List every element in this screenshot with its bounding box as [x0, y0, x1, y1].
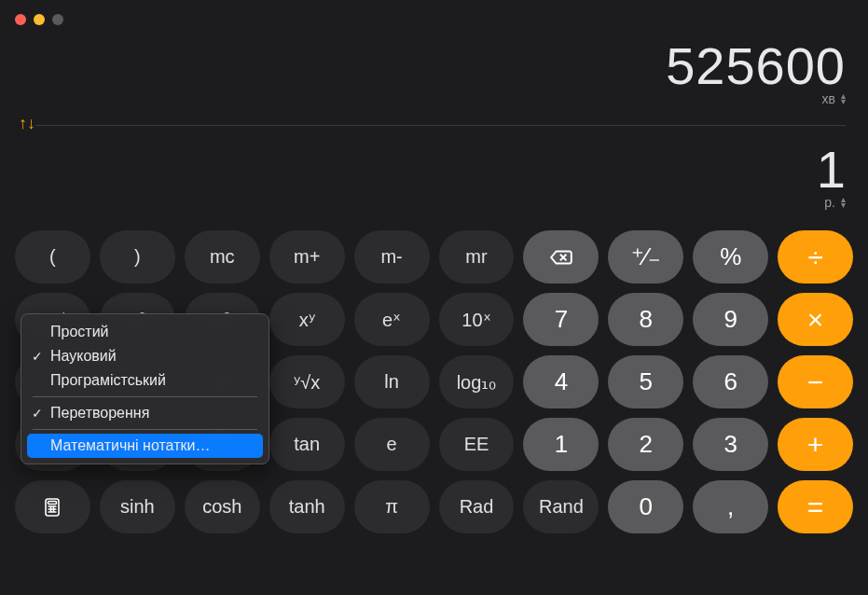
eight-button[interactable]: 8 — [608, 293, 683, 346]
display-bottom-value: 1 — [19, 139, 846, 200]
mode-menu-button[interactable] — [15, 480, 90, 533]
percent-button[interactable]: % — [693, 230, 768, 284]
x-power-y-button[interactable]: xʸ — [269, 293, 345, 346]
window-traffic-lights — [15, 14, 63, 25]
unit-dropdown-icon[interactable]: ▴▾ — [841, 93, 846, 104]
six-button[interactable]: 6 — [693, 355, 768, 408]
swap-units-icon[interactable]: ↑↓ — [19, 114, 35, 133]
log10-button[interactable]: log₁₀ — [439, 355, 515, 408]
menu-item-label: Простий — [50, 324, 109, 340]
multiply-button[interactable]: × — [778, 293, 853, 346]
tanh-button[interactable]: tanh — [269, 480, 345, 533]
divide-button[interactable]: ÷ — [778, 230, 853, 284]
sinh-button[interactable]: sinh — [100, 480, 175, 533]
yroot-button[interactable]: ʸ√x — [269, 355, 345, 408]
rad-button[interactable]: Rad — [439, 480, 515, 533]
e-button[interactable]: e — [354, 418, 430, 471]
rparen-button[interactable]: ) — [100, 230, 175, 284]
divider — [35, 125, 846, 126]
mplus-button[interactable]: m+ — [269, 230, 345, 284]
menu-separator — [33, 396, 257, 397]
five-button[interactable]: 5 — [608, 355, 683, 408]
e-power-x-button[interactable]: eˣ — [354, 293, 430, 346]
display-area: 525600 хв ▴▾ ↑↓ 1 р. ▴▾ — [0, 0, 868, 219]
tan-button[interactable]: tan — [269, 418, 345, 471]
three-button[interactable]: 3 — [693, 418, 768, 471]
backspace-icon — [549, 245, 573, 270]
two-button[interactable]: 2 — [608, 418, 683, 471]
zero-button[interactable]: 0 — [608, 480, 683, 533]
top-unit-label[interactable]: хв — [822, 91, 835, 106]
menu-item-label: Перетворення — [50, 405, 149, 422]
lparen-button[interactable]: ( — [15, 230, 90, 284]
mminus-button[interactable]: m- — [354, 230, 430, 284]
bottom-unit-label[interactable]: р. — [824, 195, 835, 210]
seven-button[interactable]: 7 — [523, 293, 599, 346]
plus-button[interactable]: + — [778, 418, 853, 471]
menu-item-scientific[interactable]: ✓ Науковий — [21, 344, 269, 368]
backspace-button[interactable] — [523, 230, 599, 284]
menu-item-math-notes[interactable]: Математичні нотатки… — [27, 434, 263, 458]
menu-item-label: Математичні нотатки… — [50, 437, 210, 454]
minus-button[interactable]: − — [778, 355, 853, 408]
pi-button[interactable]: π — [354, 480, 430, 533]
menu-separator — [33, 429, 257, 430]
menu-item-label: Науковий — [50, 348, 117, 365]
menu-item-basic[interactable]: Простий — [21, 320, 269, 344]
comma-button[interactable]: , — [693, 480, 768, 533]
four-button[interactable]: 4 — [523, 355, 599, 408]
rand-button[interactable]: Rand — [523, 480, 599, 533]
equals-button[interactable]: = — [778, 480, 853, 533]
menu-item-label: Програмістський — [50, 372, 166, 389]
ten-power-x-button[interactable]: 10ˣ — [439, 293, 515, 346]
menu-item-conversion[interactable]: ✓ Перетворення — [21, 401, 269, 425]
mr-button[interactable]: mr — [439, 230, 515, 284]
minimize-window-button[interactable] — [34, 14, 45, 25]
mc-button[interactable]: mc — [185, 230, 260, 284]
ee-button[interactable]: EE — [439, 418, 515, 471]
unit-dropdown-icon[interactable]: ▴▾ — [841, 197, 846, 208]
display-top-value: 525600 — [19, 35, 846, 96]
close-window-button[interactable] — [15, 14, 26, 25]
menu-item-programmer[interactable]: Програмістський — [21, 368, 269, 393]
svg-rect-1 — [48, 501, 57, 504]
nine-button[interactable]: 9 — [693, 293, 768, 346]
check-icon: ✓ — [31, 349, 44, 364]
zoom-window-button[interactable] — [52, 14, 63, 25]
cosh-button[interactable]: cosh — [185, 480, 260, 533]
one-button[interactable]: 1 — [523, 418, 599, 471]
mode-popup-menu: Простий ✓ Науковий Програмістський ✓ Пер… — [21, 313, 269, 464]
calculator-icon — [41, 496, 63, 519]
plusminus-button[interactable]: ⁺⁄₋ — [608, 230, 683, 284]
check-icon: ✓ — [31, 406, 44, 421]
ln-button[interactable]: ln — [354, 355, 430, 408]
